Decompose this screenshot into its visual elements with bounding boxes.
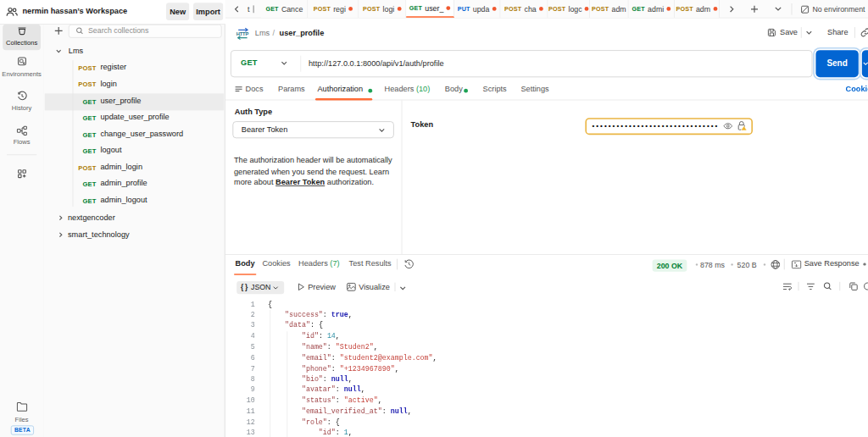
svg-text:HTTP: HTTP [236,31,249,36]
